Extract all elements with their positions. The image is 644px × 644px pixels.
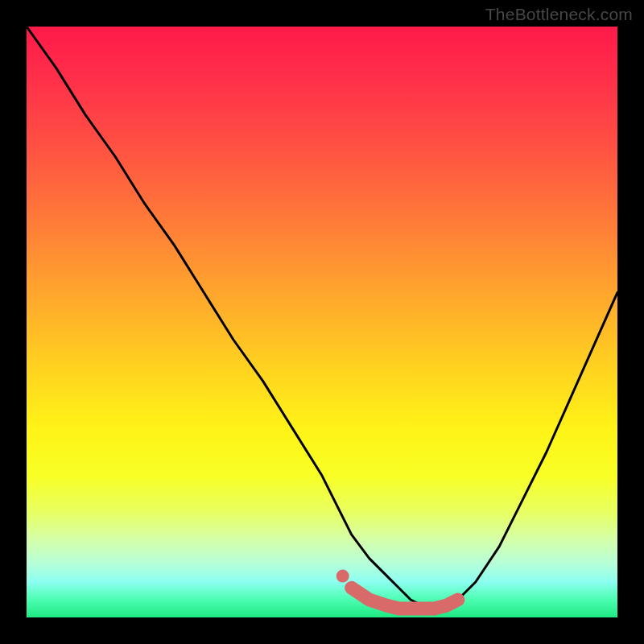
chart-svg — [27, 27, 617, 617]
chart-line-main-curve — [27, 27, 617, 605]
chart-frame: TheBottleneck.com — [0, 0, 644, 644]
chart-line-highlight-band — [352, 588, 458, 609]
chart-point-highlight-dot — [336, 570, 349, 583]
plot-area — [27, 27, 617, 617]
watermark-text: TheBottleneck.com — [485, 5, 633, 24]
